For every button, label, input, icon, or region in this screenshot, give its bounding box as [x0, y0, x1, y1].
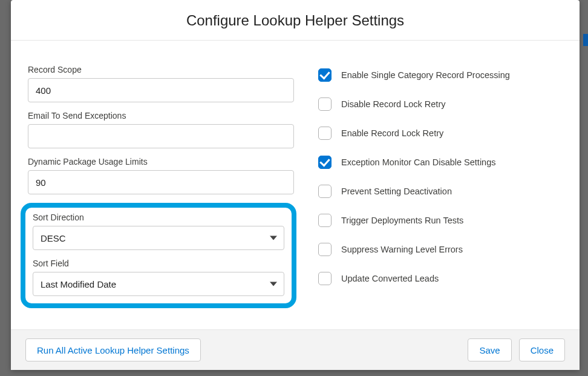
record-scope-input[interactable] [28, 78, 294, 102]
save-button[interactable]: Save [468, 338, 511, 361]
checkbox-label: Suppress Warning Level Errors [341, 245, 463, 254]
checkbox-row: Update Converted Leads [318, 272, 563, 285]
modal-footer: Run All Active Lookup Helper Settings Sa… [11, 329, 580, 370]
checkbox-prevent-deactivation[interactable] [318, 185, 332, 198]
checkbox-row: Suppress Warning Level Errors [318, 243, 563, 256]
checkbox-row: Enable Record Lock Retry [318, 127, 563, 140]
checkbox-label: Enable Single Category Record Processing [341, 70, 510, 80]
email-exceptions-label: Email To Send Exceptions [28, 111, 294, 120]
footer-right-group: Save Close [468, 338, 565, 361]
checkbox-label: Exception Monitor Can Disable Settings [341, 157, 496, 167]
checkbox-label: Enable Record Lock Retry [341, 128, 443, 138]
checkbox-row: Exception Monitor Can Disable Settings [318, 156, 563, 169]
sort-direction-select-wrap: DESC [33, 226, 284, 250]
field-sort-field: Sort Field Last Modified Date [33, 259, 284, 296]
checkbox-label: Disable Record Lock Retry [341, 99, 445, 109]
email-exceptions-input[interactable] [28, 124, 294, 148]
checkbox-label: Trigger Deployments Run Tests [341, 216, 463, 225]
sort-direction-select[interactable]: DESC [33, 226, 284, 250]
settings-modal: Configure Lookup Helper Settings Record … [11, 0, 580, 370]
right-column: Enable Single Category Record Processing… [318, 65, 563, 323]
record-scope-label: Record Scope [28, 65, 294, 74]
modal-title: Configure Lookup Helper Settings [21, 12, 570, 29]
bg-accent [583, 34, 588, 46]
modal-body: Record Scope Email To Send Exceptions Dy… [11, 41, 580, 329]
field-email-exceptions: Email To Send Exceptions [28, 111, 294, 148]
run-all-button[interactable]: Run All Active Lookup Helper Settings [25, 338, 201, 361]
field-dynamic-limits: Dynamic Package Usage Limits [28, 157, 294, 194]
checkbox-row: Disable Record Lock Retry [318, 97, 563, 111]
modal-header: Configure Lookup Helper Settings [11, 0, 580, 41]
checkbox-suppress-warnings[interactable] [318, 243, 332, 256]
sort-highlight-box: Sort Direction DESC Sort Field Last Modi… [21, 203, 296, 308]
checkbox-row: Trigger Deployments Run Tests [318, 214, 563, 227]
sort-direction-label: Sort Direction [33, 213, 284, 222]
sort-field-select-wrap: Last Modified Date [33, 272, 284, 296]
sort-field-select[interactable]: Last Modified Date [33, 272, 284, 296]
dynamic-limits-input[interactable] [28, 170, 294, 194]
checkbox-disable-record-lock-retry[interactable] [318, 97, 332, 111]
checkbox-label: Update Converted Leads [341, 274, 439, 283]
close-button[interactable]: Close [519, 338, 565, 361]
checkbox-enable-single-category[interactable] [318, 68, 332, 82]
checkbox-exception-monitor[interactable] [318, 156, 332, 169]
checkbox-enable-record-lock-retry[interactable] [318, 127, 332, 140]
checkbox-label: Prevent Setting Deactivation [341, 186, 452, 196]
dynamic-limits-label: Dynamic Package Usage Limits [28, 157, 294, 167]
sort-field-label: Sort Field [33, 259, 284, 268]
checkbox-row: Enable Single Category Record Processing [318, 68, 563, 82]
field-record-scope: Record Scope [28, 65, 294, 102]
checkbox-trigger-deployments[interactable] [318, 214, 332, 227]
left-column: Record Scope Email To Send Exceptions Dy… [28, 65, 294, 323]
field-sort-direction: Sort Direction DESC [33, 213, 284, 250]
checkbox-update-converted-leads[interactable] [318, 272, 332, 285]
checkbox-row: Prevent Setting Deactivation [318, 185, 563, 198]
